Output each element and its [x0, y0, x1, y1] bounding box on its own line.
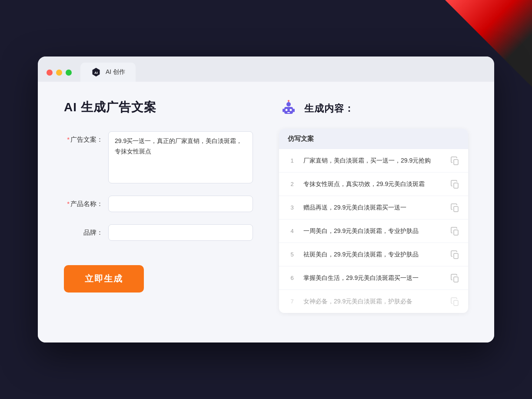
- svg-rect-12: [454, 183, 458, 188]
- svg-point-7: [290, 109, 292, 111]
- svg-rect-8: [287, 112, 290, 113]
- ad-copy-label: *广告文案：: [64, 131, 103, 144]
- copy-icon[interactable]: [451, 297, 459, 306]
- result-number: 2: [288, 181, 296, 187]
- main-layout: AI 生成广告文案 *广告文案： 29.9买一送一，真正的厂家直销，美白淡斑霜，…: [64, 99, 468, 313]
- result-item: 4 一周美白，29.9元美白淡斑霜，专业护肤品: [279, 219, 468, 243]
- generate-button[interactable]: 立即生成: [64, 265, 144, 293]
- result-text: 专抹女性斑点，真实功效，29.9元美白淡斑霜: [303, 180, 444, 189]
- result-item: 3 赠品再送，29.9元美白淡斑霜买一送一: [279, 196, 468, 219]
- result-text: 一周美白，29.9元美白淡斑霜，专业护肤品: [303, 226, 444, 236]
- product-name-label: *产品名称：: [64, 196, 103, 208]
- result-text: 女神必备，29.9元美白淡斑霜，护肤必备: [303, 297, 444, 306]
- traffic-lights: [47, 70, 72, 82]
- browser-content: AI 生成广告文案 *广告文案： 29.9买一送一，真正的厂家直销，美白淡斑霜，…: [38, 82, 494, 342]
- browser-window: AI AI 创作 AI 生成广告文案 *广告文案： 29.9买一送一，真正的厂家…: [38, 57, 494, 342]
- result-item: 2 专抹女性斑点，真实功效，29.9元美白淡斑霜: [279, 173, 468, 196]
- svg-rect-16: [454, 277, 458, 282]
- result-item: 6 掌握美白生活，29.9元美白淡斑霜买一送一: [279, 266, 468, 290]
- result-text: 厂家直销，美白淡斑霜，买一送一，29.9元抢购: [303, 156, 444, 165]
- svg-point-10: [288, 100, 289, 102]
- right-panel: 生成内容： 仿写文案 1 厂家直销，美白淡斑霜，买一送一，29.9元抢购 2 专…: [279, 99, 468, 313]
- copy-icon[interactable]: [451, 180, 459, 189]
- svg-rect-15: [454, 253, 458, 259]
- result-item: 5 祛斑美白，29.9元美白淡斑霜，专业护肤品: [279, 243, 468, 266]
- result-item: 7 女神必备，29.9元美白淡斑霜，护肤必备: [279, 290, 468, 313]
- copy-icon[interactable]: [451, 203, 459, 212]
- results-container: 仿写文案 1 厂家直销，美白淡斑霜，买一送一，29.9元抢购 2 专抹女性斑点，…: [279, 129, 468, 313]
- svg-rect-5: [293, 109, 295, 112]
- right-title: 生成内容：: [304, 102, 354, 115]
- traffic-light-maximize[interactable]: [66, 70, 72, 76]
- traffic-light-close[interactable]: [47, 70, 53, 76]
- result-number: 6: [288, 275, 296, 281]
- result-number: 7: [288, 298, 296, 305]
- browser-titlebar: AI AI 创作: [38, 57, 494, 82]
- product-name-field-group: *产品名称： 美白淡斑霜: [64, 196, 253, 212]
- svg-rect-14: [454, 230, 458, 235]
- result-text: 掌握美白生活，29.9元美白淡斑霜买一送一: [303, 273, 444, 283]
- product-name-input[interactable]: 美白淡斑霜: [108, 196, 253, 212]
- results-list: 1 厂家直销，美白淡斑霜，买一送一，29.9元抢购 2 专抹女性斑点，真实功效，…: [279, 149, 468, 313]
- results-header: 仿写文案: [279, 129, 468, 149]
- browser-tab[interactable]: AI AI 创作: [80, 63, 136, 82]
- ad-copy-input[interactable]: 29.9买一送一，真正的厂家直销，美白淡斑霜，专抹女性斑点: [108, 131, 253, 183]
- svg-point-6: [286, 109, 288, 111]
- copy-icon[interactable]: [451, 250, 459, 259]
- result-number: 3: [288, 204, 296, 211]
- ad-copy-field-group: *广告文案： 29.9买一送一，真正的厂家直销，美白淡斑霜，专抹女性斑点: [64, 131, 253, 183]
- result-number: 5: [288, 251, 296, 258]
- page-title: AI 生成广告文案: [64, 99, 253, 116]
- product-required: *: [67, 200, 70, 207]
- left-panel: AI 生成广告文案 *广告文案： 29.9买一送一，真正的厂家直销，美白淡斑霜，…: [64, 99, 253, 313]
- tab-label: AI 创作: [106, 68, 125, 76]
- ad-copy-required: *: [67, 136, 70, 143]
- result-item: 1 厂家直销，美白淡斑霜，买一送一，29.9元抢购: [279, 149, 468, 173]
- copy-icon[interactable]: [451, 156, 459, 165]
- result-number: 4: [288, 228, 296, 234]
- svg-rect-4: [283, 109, 284, 112]
- svg-rect-11: [454, 160, 458, 165]
- brand-input[interactable]: 好白: [108, 224, 253, 241]
- copy-icon[interactable]: [451, 227, 459, 236]
- robot-icon: [279, 99, 298, 118]
- result-text: 赠品再送，29.9元美白淡斑霜买一送一: [303, 203, 444, 212]
- right-header: 生成内容：: [279, 99, 468, 118]
- svg-rect-13: [454, 206, 458, 212]
- svg-text:AI: AI: [94, 71, 98, 75]
- traffic-light-minimize[interactable]: [56, 70, 62, 76]
- copy-icon[interactable]: [451, 274, 459, 283]
- brand-label: 品牌：: [64, 224, 103, 237]
- brand-field-group: 品牌： 好白: [64, 224, 253, 241]
- tab-ai-icon: AI: [91, 67, 101, 77]
- result-text: 祛斑美白，29.9元美白淡斑霜，专业护肤品: [303, 250, 444, 259]
- svg-rect-17: [454, 300, 458, 306]
- svg-point-2: [286, 102, 291, 106]
- result-number: 1: [288, 157, 296, 164]
